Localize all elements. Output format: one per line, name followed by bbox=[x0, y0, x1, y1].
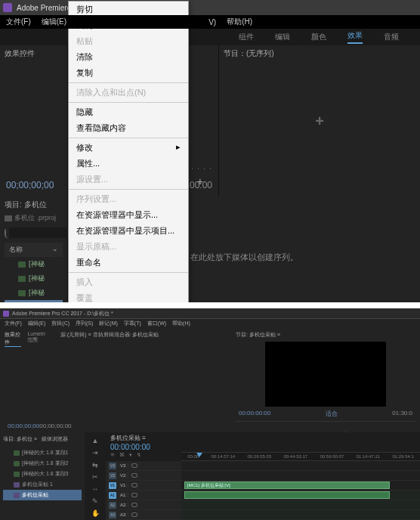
track-target[interactable]: A1 bbox=[109, 492, 116, 499]
track-row[interactable] bbox=[181, 510, 420, 520]
menu-item: 显示原稿... bbox=[69, 239, 188, 255]
ws-components[interactable]: 组件 bbox=[239, 32, 254, 42]
playhead-icon[interactable] bbox=[196, 453, 202, 457]
menu-help[interactable]: 帮助(H) bbox=[227, 17, 252, 27]
menu-item[interactable]: 复制 bbox=[69, 65, 188, 81]
tab-media-browser[interactable]: 媒体浏览器 bbox=[42, 435, 68, 443]
source-title[interactable]: 源:(无剪辑) ≡ 音轨剪辑混合器: 多机位采贴 bbox=[60, 331, 227, 339]
menu-v[interactable]: V) bbox=[208, 18, 216, 26]
menu-edit[interactable]: 编辑(E) bbox=[42, 17, 66, 27]
track-header[interactable]: V1V1 bbox=[106, 481, 181, 491]
plus-icon: + bbox=[315, 113, 324, 130]
timecode[interactable]: 00;00;00;00 bbox=[6, 180, 54, 190]
program-title[interactable]: 节目: 多机位采贴 ≡ bbox=[236, 331, 415, 339]
timecode[interactable]: 00:00:00:00 bbox=[239, 410, 270, 418]
menu-item[interactable]: 隐藏 bbox=[69, 104, 188, 120]
menu-item[interactable]: 在资源管理器中显示... bbox=[69, 207, 188, 223]
menu-item[interactable]: 修改▸ bbox=[69, 140, 188, 156]
add-icon[interactable]: + bbox=[197, 175, 203, 187]
mute-icon[interactable] bbox=[131, 512, 137, 517]
track-label: V3 bbox=[119, 463, 129, 468]
track-header[interactable]: V3V3 bbox=[106, 461, 181, 471]
track-header[interactable]: A2A2 bbox=[106, 500, 181, 510]
track-row[interactable] bbox=[181, 471, 420, 481]
list-item[interactable]: [神秘的大 1.8 某段3 bbox=[3, 469, 82, 479]
track-row[interactable] bbox=[181, 500, 420, 510]
track-target[interactable]: V3 bbox=[109, 463, 116, 469]
list-item[interactable]: [神秘的大 1.8 某段1 bbox=[3, 447, 82, 458]
menu-item[interactable]: 帮助(H) bbox=[172, 320, 190, 327]
menu-item[interactable]: 清除 bbox=[69, 49, 188, 65]
monitor-viewport[interactable] bbox=[265, 342, 386, 407]
sequence-icon bbox=[14, 482, 20, 488]
track-target[interactable]: A2 bbox=[109, 502, 116, 509]
fit-dropdown[interactable]: 适合 bbox=[326, 410, 338, 418]
time-ruler[interactable]: 00:0000:14:57:1400:29:55:0300:44:52:1700… bbox=[181, 452, 420, 461]
timeline-clip[interactable] bbox=[184, 491, 390, 499]
list-item[interactable]: 多机位采贴 bbox=[3, 490, 82, 500]
menu-item[interactable]: 文件(F) bbox=[5, 320, 22, 327]
track-header[interactable]: A3A3 bbox=[106, 510, 181, 520]
track-header[interactable]: A1A1 bbox=[106, 491, 181, 500]
list-item[interactable]: [神秘 bbox=[5, 271, 63, 286]
ripple-tool-icon[interactable]: ⇆ bbox=[92, 461, 98, 469]
razor-tool-icon[interactable]: ✂ bbox=[92, 473, 98, 481]
menu-file[interactable]: 文件(F) bbox=[6, 17, 31, 27]
list-item-selected[interactable]: 多 bbox=[5, 300, 63, 302]
menu-item[interactable]: 剪辑(C) bbox=[51, 320, 69, 327]
slip-tool-icon[interactable]: ↔ bbox=[92, 485, 99, 493]
eye-icon[interactable] bbox=[131, 463, 137, 468]
menu-item[interactable]: 字幕(T) bbox=[124, 320, 141, 327]
list-item[interactable]: [神秘 bbox=[5, 286, 63, 300]
lower-panels: 项目: 多机位 多机位 .prproj 名称⌄ [神秘 [神秘 [神秘 多 列)… bbox=[0, 197, 420, 302]
scrub-bar[interactable] bbox=[236, 421, 415, 429]
track-row[interactable]: [MC1] 多机位采贴 [V] bbox=[181, 481, 420, 491]
track-content[interactable]: [MC1] 多机位采贴 [V] bbox=[181, 461, 420, 520]
menu-item[interactable]: 重命名 bbox=[69, 255, 188, 271]
menu-item[interactable]: 序列(S) bbox=[76, 320, 93, 327]
ws-audio[interactable]: 音频 bbox=[384, 32, 399, 42]
track-label: A1 bbox=[119, 493, 129, 497]
track-header[interactable]: V2V2 bbox=[106, 471, 181, 481]
timeline-clip[interactable]: [MC1] 多机位采贴 [V] bbox=[184, 481, 390, 489]
menu-bar[interactable]: 文件(F) 编辑(E) V) 帮助(H) bbox=[0, 15, 420, 29]
menu-item[interactable]: 查看隐藏内容 bbox=[69, 120, 188, 136]
menu-bar[interactable]: 文件(F)编辑(E)剪辑(C)序列(S)标记(M)字幕(T)窗口(W)帮助(H) bbox=[0, 319, 420, 328]
timecode[interactable]: 00;00;00;00 bbox=[8, 422, 39, 429]
eye-icon[interactable] bbox=[131, 473, 137, 478]
menu-item[interactable]: 在资源管理器中显示项目... bbox=[69, 223, 188, 239]
menu-item[interactable]: 标记(M) bbox=[99, 320, 118, 327]
search-row bbox=[5, 228, 63, 238]
list-item[interactable]: [神秘 bbox=[5, 257, 63, 271]
sequence-name[interactable]: 多机位采贴 ≡ bbox=[110, 434, 177, 442]
menu-item[interactable]: 属性... bbox=[69, 156, 188, 172]
pen-tool-icon[interactable]: ✎ bbox=[92, 497, 98, 505]
ws-color[interactable]: 颜色 bbox=[311, 32, 326, 42]
track-target[interactable]: V2 bbox=[109, 472, 116, 479]
track-row[interactable] bbox=[181, 461, 420, 471]
track-row[interactable] bbox=[181, 491, 420, 500]
list-item[interactable]: 多机位采贴 1 bbox=[3, 479, 82, 490]
tab-effect-controls[interactable]: 效果控件 bbox=[5, 331, 21, 347]
ws-effects[interactable]: 效果 bbox=[347, 30, 363, 44]
tab-lumetri[interactable]: Lumetri 范围 bbox=[27, 331, 51, 347]
track-target[interactable]: V1 bbox=[109, 482, 116, 489]
mute-icon[interactable] bbox=[131, 493, 137, 497]
menu-item[interactable]: 编辑(E) bbox=[28, 320, 45, 327]
ws-edit[interactable]: 编辑 bbox=[275, 32, 290, 42]
track-target[interactable]: A3 bbox=[109, 512, 116, 518]
list-header[interactable]: 名称⌄ bbox=[5, 243, 63, 257]
track-select-icon[interactable]: ⇥ bbox=[92, 449, 98, 457]
selection-tool-icon[interactable]: ▲ bbox=[92, 437, 99, 444]
ruler-tick: 00:14:57:14 bbox=[211, 454, 235, 459]
menu-item[interactable]: 窗口(W) bbox=[147, 320, 166, 327]
mute-icon[interactable] bbox=[131, 503, 137, 507]
timeline-timecode[interactable]: 00:00:00:00 bbox=[110, 443, 177, 451]
project-panel: 项目: 多机位 多机位 .prproj 名称⌄ [神秘 [神秘 [神秘 多 bbox=[0, 197, 68, 302]
eye-icon[interactable] bbox=[131, 483, 137, 488]
context-menu[interactable]: 剪切 复制 粘贴 清除 复制 清除入点和出点(N) 隐藏 查看隐藏内容 修改▸属… bbox=[68, 1, 189, 302]
list-item[interactable]: [神秘的大 1.8 某段2 bbox=[3, 458, 82, 469]
tab-project[interactable]: 项目: 多机位 ≡ bbox=[3, 435, 37, 443]
menu-item: 粘贴 bbox=[69, 33, 188, 49]
hand-tool-icon[interactable]: ✋ bbox=[91, 509, 100, 517]
